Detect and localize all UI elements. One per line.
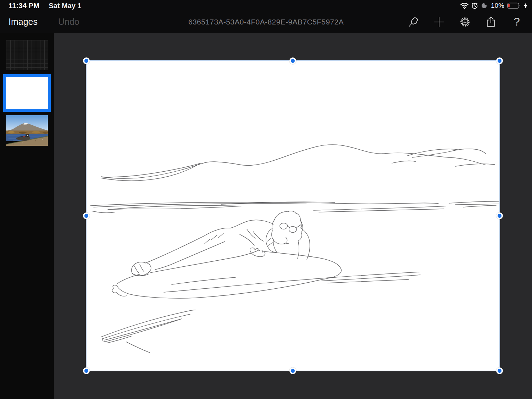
toolbar-left: Images Undo xyxy=(0,17,79,27)
wifi-icon xyxy=(460,3,469,9)
charging-bolt-icon xyxy=(523,2,528,9)
help-icon[interactable]: ? xyxy=(511,16,523,28)
selection-handle-bottom-left[interactable] xyxy=(83,367,90,374)
selection-handle-top-right[interactable] xyxy=(496,57,503,64)
sketch-svg xyxy=(87,61,499,371)
status-left: 11:34 PM Sat May 1 xyxy=(9,2,81,10)
selection-handle-bottom-middle[interactable] xyxy=(289,367,296,374)
workspace xyxy=(54,33,532,399)
current-sketch-thumbnail[interactable] xyxy=(3,74,51,112)
share-icon[interactable] xyxy=(485,16,497,28)
grid-template-thumbnail[interactable] xyxy=(6,40,48,70)
selection-handle-middle-right[interactable] xyxy=(496,212,503,219)
settings-gear-icon[interactable] xyxy=(459,16,471,28)
images-button[interactable]: Images xyxy=(9,17,38,27)
add-icon[interactable] xyxy=(433,16,445,28)
selection-handle-bottom-right[interactable] xyxy=(496,367,503,374)
content-area xyxy=(0,33,532,399)
clock-time: 11:34 PM xyxy=(9,2,39,10)
status-right: 10% xyxy=(460,2,528,10)
brush-icon[interactable] xyxy=(407,16,419,28)
alarm-icon xyxy=(471,2,478,9)
help-glyph: ? xyxy=(514,16,520,27)
selection-handle-top-left[interactable] xyxy=(83,57,90,64)
toolbar-right: ? xyxy=(407,16,532,28)
moon-icon xyxy=(481,2,487,9)
reference-photo-thumbnail[interactable] xyxy=(6,115,48,146)
status-bar: 11:34 PM Sat May 1 xyxy=(0,0,532,11)
selection-handle-top-middle[interactable] xyxy=(289,57,296,64)
undo-button[interactable]: Undo xyxy=(58,17,79,27)
pages-sidebar xyxy=(0,33,54,399)
selection-handle-middle-left[interactable] xyxy=(83,212,90,219)
toolbar: Images Undo 6365173A-53A0-4F0A-829E-9AB7… xyxy=(0,11,532,33)
sketch-app-window: 11:34 PM Sat May 1 xyxy=(0,0,532,399)
clock-date: Sat May 1 xyxy=(49,2,81,10)
battery-percent: 10% xyxy=(491,2,504,10)
battery-icon xyxy=(507,2,521,9)
drawing-canvas[interactable] xyxy=(87,61,499,371)
